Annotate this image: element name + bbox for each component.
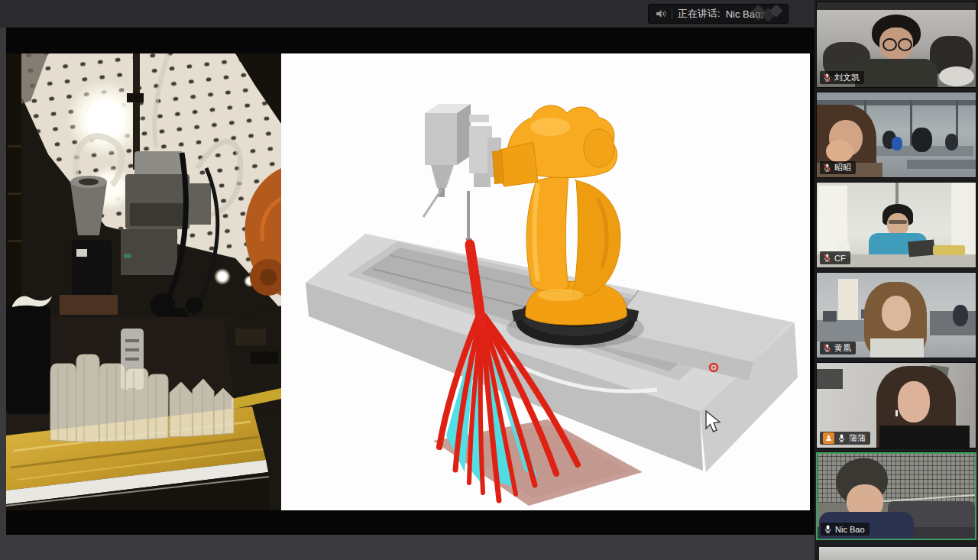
participant-tile-partial[interactable] xyxy=(819,547,976,560)
participant-name: 刘文凯 xyxy=(834,72,860,83)
participant-name: 黄凰 xyxy=(834,342,851,354)
monitor-shape xyxy=(823,311,837,322)
participant-tile-active-speaker[interactable]: Nic Bao xyxy=(816,452,976,540)
simulation-video xyxy=(281,53,810,510)
wall-frame xyxy=(817,369,843,389)
stage-left-strip xyxy=(0,28,6,535)
person-glasses xyxy=(889,220,907,224)
name-label: 蒲蒲 xyxy=(820,432,870,445)
participant-tile[interactable]: 黄凰 xyxy=(816,272,976,358)
meeting-top-bar: 正在讲话: Nic Bao; xyxy=(0,0,814,28)
stage-bottom-strip xyxy=(0,535,814,560)
desk-items xyxy=(933,245,965,255)
sim-extruder-tool xyxy=(423,104,501,246)
person-face xyxy=(898,381,930,422)
person-body xyxy=(870,338,924,358)
status-badge-icon xyxy=(823,432,834,444)
table-shape xyxy=(907,160,976,169)
mic-muted-icon xyxy=(823,73,831,83)
participant-tile[interactable]: 蒲蒲 xyxy=(816,362,976,448)
person-hand xyxy=(826,140,853,163)
speaker-icon xyxy=(656,9,666,18)
name-label: CF xyxy=(820,251,850,264)
distant-person xyxy=(912,128,932,152)
person-glasses xyxy=(882,38,897,51)
participants-panel: 刘文凯 昭昭 xyxy=(814,0,978,560)
participant-name: 昭昭 xyxy=(834,162,851,173)
ceiling-strip xyxy=(817,2,976,10)
shared-screen-stage xyxy=(0,28,814,560)
name-label: 昭昭 xyxy=(820,161,856,174)
distant-person xyxy=(892,137,902,151)
person-body xyxy=(855,59,938,88)
laptop-shape xyxy=(908,240,935,257)
simulation-scene xyxy=(281,53,810,510)
pill-divider xyxy=(672,8,672,19)
participant-name: Nic Bao xyxy=(835,525,865,534)
speaking-label: 正在讲话: xyxy=(678,7,721,21)
person-earring xyxy=(895,410,898,416)
distant-person xyxy=(953,305,968,326)
name-label: 刘文凯 xyxy=(820,71,864,84)
participant-name: CF xyxy=(834,254,846,263)
person-face xyxy=(882,296,911,331)
lab-scene xyxy=(6,53,281,510)
person-glasses xyxy=(898,38,912,51)
participant-tile[interactable]: CF xyxy=(816,182,976,268)
mic-on-icon xyxy=(824,524,832,534)
name-label: 黄凰 xyxy=(820,342,856,354)
mic-muted-icon xyxy=(823,253,831,263)
mic-on-icon xyxy=(837,433,846,443)
name-label: Nic Bao xyxy=(821,523,870,536)
distant-person xyxy=(945,134,958,151)
pillow-shape xyxy=(939,66,974,86)
participant-tile[interactable]: 昭昭 xyxy=(816,92,976,178)
mic-muted-icon xyxy=(823,343,831,353)
participant-name: 蒲蒲 xyxy=(849,432,866,444)
person-body xyxy=(879,426,970,448)
window-light xyxy=(951,183,976,254)
mic-muted-icon xyxy=(823,163,831,173)
lab-camera-video xyxy=(6,53,281,510)
participant-tile[interactable]: 刘文凯 xyxy=(816,2,976,88)
